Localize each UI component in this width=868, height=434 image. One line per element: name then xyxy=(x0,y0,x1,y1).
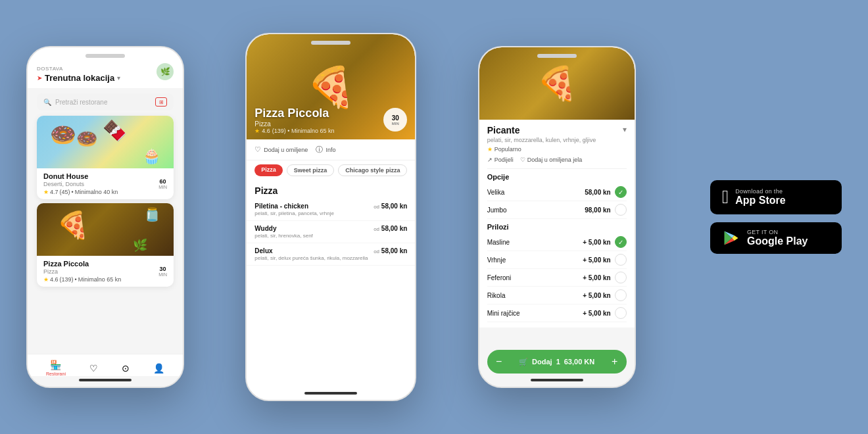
add-favorite-button[interactable]: ♡ Dodaj u omiljena jela xyxy=(520,157,583,163)
menu-item-1-name: Wuddy od 58,00 kn xyxy=(254,225,407,232)
menu-item-1[interactable]: Wuddy od 58,00 kn pelati, sir, hrenovka,… xyxy=(247,221,415,243)
delivery-location[interactable]: ➤ Trenutna lokacija ▾ xyxy=(37,73,174,83)
addon-vrhnje[interactable]: Vrhnje + 5,00 kn xyxy=(487,251,627,269)
pizza-time: 30 MIN xyxy=(158,266,167,277)
donut-card-info: Donut House Deserti, Donuts ★ 4.7 (45) •… xyxy=(37,168,174,199)
menu-section-title: Pizza xyxy=(247,180,415,199)
phone-2: 🍕 Pizza Piccola Pizza ★ 4.6 (139) • Mini… xyxy=(245,33,416,401)
addon-mini-rajcice[interactable]: Mini rajčice + 5,00 kn xyxy=(487,304,627,322)
heart-icon: ♡ xyxy=(254,145,261,154)
menu-item-1-desc: pelati, sir, hrenovka, senf xyxy=(254,233,407,239)
item-actions: ↗ Podijeli ♡ Dodaj u omiljena jela xyxy=(487,157,627,169)
menu-item-0-name: Piletina - chicken od 58,00 kn xyxy=(254,203,407,210)
restaurant-card-donut[interactable]: 🍩 🍩 🍫 🧁 Donut House Deserti, Donuts ★ 4.… xyxy=(37,116,174,199)
search-placeholder: Pretraži restorane xyxy=(55,99,151,106)
store-badges:  Download on the App Store GET IT ON Go… xyxy=(710,180,842,254)
menu-item-2[interactable]: Delux od 58,00 kn pelati, sir, delux pur… xyxy=(247,243,415,266)
bottom-nav: 🏪 Restorani ♡ ⊙ 👤 xyxy=(28,354,183,376)
addon-rikola-check[interactable] xyxy=(615,289,627,301)
page-container: DOSTAVA ➤ Trenutna lokacija ▾ 🌿 🔍 Pretra… xyxy=(0,0,868,434)
nav-favorites[interactable]: ♡ xyxy=(89,363,98,374)
pizza-min: Minimalno 65 kn xyxy=(78,276,122,283)
google-play-icon xyxy=(722,229,740,247)
item-hero: 🍕 xyxy=(479,47,635,120)
pizza-rating: ★ 4.6 (139) • Minimalno 65 kn xyxy=(43,276,121,283)
info-label: Info xyxy=(326,147,335,153)
pill-sweet[interactable]: Sweet pizza xyxy=(287,164,335,176)
share-icon: ↗ xyxy=(487,157,493,163)
nav-orders[interactable]: ⊙ xyxy=(122,363,130,374)
donut-category: Deserti, Donuts xyxy=(43,181,118,187)
addon-masline[interactable]: Masline + 5,00 kn ✓ xyxy=(487,233,627,251)
popular-badge: ★ Popularno xyxy=(487,146,627,153)
add-to-cart[interactable]: − 🛒 Dodaj 1 63,00 KN + xyxy=(487,350,627,374)
pill-pizza[interactable]: Pizza xyxy=(254,164,283,176)
donut-reviews: (45) xyxy=(60,189,70,195)
pill-chicago[interactable]: Chicago style pizza xyxy=(338,164,407,176)
app-store-main: App Store xyxy=(735,195,785,206)
addon-mini-rajcice-check[interactable] xyxy=(615,307,627,319)
search-bar[interactable]: 🔍 Pretraži restorane ⊞ xyxy=(37,93,174,110)
menu-item-0-desc: pelati, sir, piletina, panceta, vrhnje xyxy=(254,210,407,216)
donut-hero-image: 🍩 🍩 🍫 🧁 xyxy=(37,116,174,168)
pizza-rating-value: 4.6 xyxy=(50,276,59,283)
menu-item-2-price: od 58,00 kn xyxy=(374,247,407,254)
category-pills: Pizza Sweet pizza Chicago style pizza xyxy=(247,160,415,180)
filter-icon[interactable]: ⊞ xyxy=(155,97,167,107)
phone-3: 🍕 Picante pelati, sir, mozzarella, kulen… xyxy=(478,46,636,388)
item-header: Picante pelati, sir, mozzarella, kulen, … xyxy=(487,125,627,143)
option-velika[interactable]: Velika 58,00 kn ✓ xyxy=(487,183,627,201)
cart-minus-button[interactable]: − xyxy=(487,350,511,374)
cart-plus-button[interactable]: + xyxy=(603,350,627,374)
location-text: Trenutna lokacija xyxy=(45,73,114,83)
item-name: Picante xyxy=(487,125,596,135)
pizza-card-info: Pizza Piccola Pizza ★ 4.6 (139) • Minima… xyxy=(37,256,174,287)
donut-name: Donut House xyxy=(43,172,118,180)
info-icon: ⓘ xyxy=(316,145,323,155)
pizza-hero-image: 🍕 🫙 🌿 xyxy=(37,203,174,256)
favorite-label: Dodaj u omiljene xyxy=(264,147,308,153)
item-desc: pelati, sir, mozzarella, kulen, vrhnje, … xyxy=(487,137,596,143)
nav-profile[interactable]: 👤 xyxy=(153,363,164,374)
info-action[interactable]: ⓘ Info xyxy=(316,145,335,155)
addon-vrhnje-check[interactable] xyxy=(615,254,627,266)
pizza-name: Pizza Piccola xyxy=(43,260,121,268)
user-avatar[interactable]: 🌿 xyxy=(157,63,174,80)
option-jumbo-check[interactable] xyxy=(615,204,627,216)
chevron-down-icon: ▾ xyxy=(623,125,627,134)
addon-masline-check[interactable]: ✓ xyxy=(615,236,627,248)
item-detail: Picante pelati, sir, mozzarella, kulen, … xyxy=(479,120,635,327)
addon-feferoni[interactable]: Feferoni + 5,00 kn xyxy=(487,269,627,287)
restaurant-hero: 🍕 Pizza Piccola Pizza ★ 4.6 (139) • Mini… xyxy=(247,34,415,139)
menu-item-1-price: od 58,00 kn xyxy=(374,225,407,232)
restaurant-rating: ★ 4.6 (139) • Minimalno 65 kn xyxy=(254,128,407,134)
menu-item-2-name: Delux od 58,00 kn xyxy=(254,247,407,254)
restaurant-card-pizza[interactable]: 🍕 🫙 🌿 Pizza Piccola Pizza ★ 4.6 (139) • … xyxy=(37,203,174,287)
option-jumbo[interactable]: Jumbo 98,00 kn xyxy=(487,201,627,219)
addon-rikola[interactable]: Rikola + 5,00 kn xyxy=(487,287,627,304)
share-button[interactable]: ↗ Podijeli xyxy=(487,157,514,163)
google-play-badge[interactable]: GET IT ON Google Play xyxy=(710,222,842,254)
phone-1: DOSTAVA ➤ Trenutna lokacija ▾ 🌿 🔍 Pretra… xyxy=(26,46,184,388)
chevron-icon: ▾ xyxy=(117,74,120,82)
options-title: Opcije xyxy=(487,173,627,181)
option-velika-check[interactable]: ✓ xyxy=(615,186,627,198)
nav-restaurants[interactable]: 🏪 Restorani xyxy=(46,360,66,376)
menu-item-0[interactable]: Piletina - chicken od 58,00 kn pelati, s… xyxy=(247,199,415,221)
cart-icon: 🛒 xyxy=(519,358,528,366)
donut-rating-value: 4.7 xyxy=(50,189,59,195)
search-icon: 🔍 xyxy=(43,99,51,106)
delivery-label: DOSTAVA xyxy=(37,66,174,72)
pizza-reviews: (139) xyxy=(60,276,74,283)
addons-title: Prilozi xyxy=(487,223,627,231)
donut-min: Minimalno 40 kn xyxy=(75,189,118,195)
google-play-main: Google Play xyxy=(747,235,808,247)
item-hero-emoji: 🍕 xyxy=(537,64,577,103)
app-store-badge[interactable]:  Download on the App Store xyxy=(710,180,842,214)
donut-time: 60 MIN xyxy=(158,178,167,189)
apple-icon:  xyxy=(722,187,729,208)
restaurant-actions: ♡ Dodaj u omiljene ⓘ Info xyxy=(247,139,415,160)
favorite-action[interactable]: ♡ Dodaj u omiljene xyxy=(254,145,308,154)
app-store-top: Download on the xyxy=(735,188,785,195)
addon-feferoni-check[interactable] xyxy=(615,272,627,283)
